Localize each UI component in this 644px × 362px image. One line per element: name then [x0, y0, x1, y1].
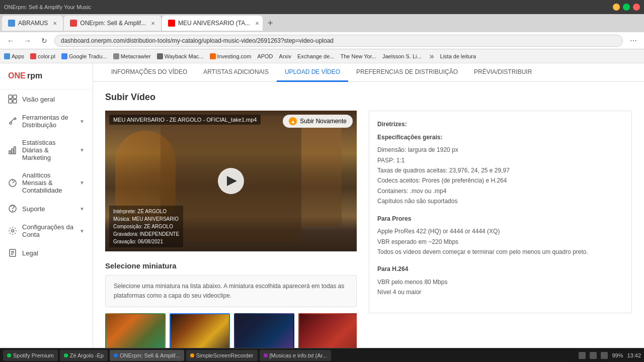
bookmark-investing[interactable]: Investing.com: [210, 53, 252, 59]
svg-point-6: [10, 122, 12, 124]
bookmark-exchange[interactable]: Exchange de...: [297, 53, 334, 59]
play-button[interactable]: [218, 168, 244, 194]
bookmarks-more[interactable]: »: [430, 52, 434, 61]
thumbnail-item-2[interactable]: [170, 313, 230, 351]
thumbnail-item-4[interactable]: [298, 313, 357, 351]
sidebar-label-configuracoes: Configurações da Conta: [22, 223, 74, 238]
close-button[interactable]: [633, 4, 640, 11]
tab-informacoes[interactable]: INFORMAÇÕES DO VÍDEO: [103, 63, 195, 82]
sidebar-label-ferramentas: Ferramentas de Distribuição: [22, 114, 74, 129]
tab-label-abramus: ABRAMUS: [18, 20, 48, 27]
bookmark-icon-metacrawler: [113, 53, 119, 59]
tray-icon-2[interactable]: [590, 352, 597, 359]
specs-h264-lines: VBR pelo menos 80 Mbps Nível 4 ou maior: [377, 277, 623, 298]
extensions-button[interactable]: ⋯: [627, 36, 640, 46]
sidebar-label-legal: Legal: [22, 249, 85, 257]
thumbnail-section: Selecione miniatura Selecione uma miniat…: [105, 261, 357, 361]
specs-section-general: Diretrizes: Especificações gerais: Dimen…: [377, 119, 623, 207]
specs-section-prores: Para Prores Apple ProRes 422 (HQ) or 444…: [377, 214, 623, 257]
address-bar: ← → ↻ dashboard.onerpm.com/distribution-…: [0, 32, 644, 49]
title-bar: ONErpm: Sell & Amplify Your Music: [0, 0, 644, 14]
thumbnail-info: Selecione uma miniatura na lista abaixo.…: [105, 275, 357, 307]
svg-text:ONE: ONE: [8, 71, 26, 80]
tab-favicon-onerpm: [70, 20, 77, 27]
taskbar-label-spotify: Spotify Premium: [13, 352, 54, 358]
battery-indicator: 99%: [612, 352, 623, 358]
bookmark-arxiv[interactable]: Arxiv: [279, 53, 291, 59]
specs-section-h264: Para H.264 VBR pelo menos 80 Mbps Nível …: [377, 264, 623, 297]
tab-upload[interactable]: UPLOAD DE VÍDEO: [277, 63, 348, 82]
grid-icon: [8, 95, 17, 104]
settings-icon: [8, 226, 17, 235]
taskbar-item-musicas[interactable]: [Musicas e info.txt (Ar...: [260, 350, 331, 361]
specs-prores-lines: Apple ProRes 422 (HQ) or 4444 or 4444 (X…: [377, 226, 623, 257]
page-content: Subir Vídeo: [93, 82, 644, 362]
sidebar-item-analiticos[interactable]: Analíticos Mensais & Contabilidade ▼: [0, 166, 93, 199]
svg-rect-2: [9, 95, 12, 99]
taskbar-dot-spotify: [7, 353, 11, 357]
maximize-button[interactable]: [623, 4, 630, 11]
svg-rect-3: [13, 95, 17, 99]
tab-close-abramus[interactable]: ✕: [53, 21, 57, 26]
taskbar-item-ze-argolo[interactable]: Zé Argolo -Ep: [60, 350, 108, 361]
video-container: MEU ANIVERSARIO - ZE ARGOLO - OFICIAL_ta…: [105, 111, 357, 361]
bookmark-google[interactable]: Google Tradu...: [61, 53, 107, 59]
bookmark-apps[interactable]: Apps: [4, 53, 24, 59]
tab-artistas[interactable]: ARTISTAS ADICIONAIS: [195, 63, 277, 82]
tray-icon-1[interactable]: [579, 352, 586, 359]
bookmark-jaelsson[interactable]: Jaelsson S. Li...: [382, 53, 422, 59]
taskbar-dot-ze-argolo: [64, 353, 68, 357]
sidebar-item-configuracoes[interactable]: Configurações da Conta ▼: [0, 218, 93, 243]
sidebar-label-suporte: Suporte: [22, 205, 74, 213]
taskbar-item-spotify[interactable]: Spotify Premium: [3, 350, 58, 361]
bookmark-reading-list[interactable]: Lista de leitura: [440, 53, 476, 59]
tool-icon: [8, 117, 17, 126]
sidebar-item-ferramentas[interactable]: Ferramentas de Distribuição ▼: [0, 109, 93, 134]
taskbar-item-recorder[interactable]: SimpleScreenRecorder: [186, 350, 258, 361]
page: ONE rpm Visão geral Fe: [0, 63, 644, 362]
video-player[interactable]: MEU ANIVERSARIO - ZE ARGOLO - OFICIAL_ta…: [105, 111, 357, 251]
taskbar-item-onerpm[interactable]: ONErpm: Sell & Amplif...: [110, 350, 184, 361]
refresh-button[interactable]: ↻: [38, 36, 50, 46]
taskbar-label-musicas: [Musicas e info.txt (Ar...: [270, 352, 327, 358]
back-button[interactable]: ←: [4, 36, 17, 46]
minimize-button[interactable]: [613, 4, 620, 11]
tab-close-aniversario[interactable]: ✕: [255, 21, 259, 26]
forward-button[interactable]: →: [21, 36, 34, 46]
tab-onerpm[interactable]: ONErpm: Sell & Amplif... ✕: [64, 16, 161, 31]
svg-rect-5: [13, 100, 17, 103]
title-bar-text: ONErpm: Sell & Amplify Your Music: [4, 4, 91, 10]
tab-close-onerpm[interactable]: ✕: [151, 21, 155, 26]
window-controls: [613, 4, 640, 11]
bookmark-wayback[interactable]: Wayback Mac...: [157, 53, 204, 59]
bookmark-apod[interactable]: APOD: [257, 53, 273, 59]
sidebar-label-analiticos: Analíticos Mensais & Contabilidade: [22, 171, 74, 194]
thumbnail-item-3[interactable]: [234, 313, 294, 351]
tab-aniversario[interactable]: MEU ANIVERSARIO (TA... ✕: [162, 16, 263, 31]
tab-preferencias[interactable]: PREFERENCIAS DE DISTRIBUIÇÃO: [348, 63, 466, 82]
thumbnail-item-1[interactable]: [105, 313, 166, 351]
chevron-down-icon-2: ▼: [79, 147, 85, 153]
bookmark-metacrawler[interactable]: Metacrawler: [113, 53, 151, 59]
analytics-icon: [8, 178, 17, 188]
tab-abramus[interactable]: ABRAMUS ✕: [2, 16, 63, 31]
sidebar-label-visao-geral: Visão geral: [22, 96, 85, 103]
new-tab-button[interactable]: +: [264, 18, 277, 29]
sidebar-item-estatisticas[interactable]: Estatísticas Diárias & Marketing ▼: [0, 134, 93, 166]
tab-favicon-abramus: [8, 20, 15, 27]
upload-again-button[interactable]: ▲ Subir Novamente: [283, 115, 353, 128]
sidebar-item-suporte[interactable]: Suporte ▼: [0, 199, 93, 218]
sidebar-item-visao-geral[interactable]: Visão geral: [0, 89, 93, 109]
bookmark-colorpl[interactable]: color.pl: [30, 53, 55, 59]
bookmark-icon-apps: [4, 53, 10, 59]
sidebar-item-legal[interactable]: Legal: [0, 243, 93, 262]
svg-rect-7: [9, 151, 11, 154]
bookmark-newyork[interactable]: The New Yor...: [340, 53, 376, 59]
system-tray: 99% 13:42: [579, 352, 641, 359]
bookmark-icon-colorpl: [30, 53, 36, 59]
tray-icon-3[interactable]: [601, 352, 608, 359]
url-bar[interactable]: dashboard.onerpm.com/distribution-tools/…: [54, 35, 623, 47]
specs-prores-title: Para Prores: [377, 214, 623, 225]
tab-previa[interactable]: PRÉVIA/DISTRIBUIR: [466, 63, 540, 82]
svg-rect-8: [12, 149, 13, 154]
